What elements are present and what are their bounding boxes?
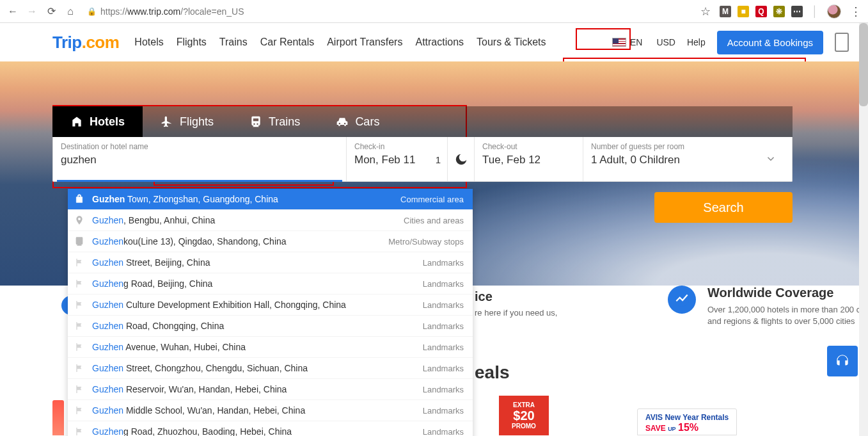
guests-field[interactable]: Number of guests per room 1 Adult, 0 Chi… <box>583 137 792 181</box>
checkin-value: Mon, Feb 11 <box>354 154 415 166</box>
mobile-app-icon[interactable] <box>835 33 849 52</box>
search-tabs: HotelsFlightsTrainsCars <box>52 106 793 137</box>
site-header: Trip.com HotelsFlightsTrainsCar RentalsA… <box>0 23 868 61</box>
scrollbar[interactable] <box>859 23 868 436</box>
tab-cars[interactable]: Cars <box>318 106 397 137</box>
promo-stripe <box>52 400 64 435</box>
dropdown-item[interactable]: Guzhen Street, Beijing, ChinaLandmarks <box>68 252 473 273</box>
extension-icon[interactable]: ⋯ <box>791 6 803 17</box>
tab-flights[interactable]: Flights <box>143 106 232 137</box>
input-underline <box>57 180 342 182</box>
feature-sub-partial: re here if you need us, <box>475 308 557 318</box>
scrollbar-thumb[interactable] <box>859 23 868 106</box>
search-button[interactable]: Search <box>654 192 793 223</box>
destination-input[interactable] <box>61 154 324 166</box>
promo-badge[interactable]: EXTRA $20 PROMO <box>499 396 549 435</box>
back-button[interactable]: ← <box>6 5 19 18</box>
help-link[interactable]: Help <box>687 37 706 47</box>
checkout-field[interactable]: Check-out Tue, Feb 12 <box>475 137 583 181</box>
language-label: EN <box>630 37 642 47</box>
deals-heading-partial: eals <box>475 362 510 383</box>
chevron-down-icon <box>765 153 777 167</box>
nav-link[interactable]: Trains <box>219 36 248 48</box>
tab-trains[interactable]: Trains <box>232 106 318 137</box>
lock-icon: 🔒 <box>87 7 97 16</box>
search-row: Destination or hotel name Check-in Mon, … <box>52 137 793 182</box>
field-label: Check-in <box>354 142 439 151</box>
extension-icon[interactable]: M <box>720 6 731 17</box>
extension-icon[interactable]: ■ <box>738 6 749 17</box>
guests-value: 1 Adult, 0 Children <box>591 154 680 166</box>
destination-dropdown: Guzhen Town, Zhongshan, Guangdong, China… <box>68 189 473 436</box>
promo-card[interactable]: AVIS New Year Rentals SAVE UP 15% <box>637 408 737 435</box>
forward-button[interactable]: → <box>26 5 38 18</box>
dropdown-item[interactable]: Guzhen Road, Chongqing, ChinaLandmarks <box>68 316 473 337</box>
dropdown-item[interactable]: Guzheng Road, Zhuozhou, Baoding, Hebei, … <box>68 421 473 436</box>
field-label: Destination or hotel name <box>61 142 338 151</box>
logo[interactable]: Trip.com <box>52 33 119 52</box>
dropdown-item[interactable]: Guzhen Culture Development Exhibition Ha… <box>68 295 473 316</box>
dropdown-item[interactable]: Guzhen Town, Zhongshan, Guangdong, China… <box>68 189 473 210</box>
nav-link[interactable]: Attractions <box>415 36 464 48</box>
extension-icon[interactable]: ❊ <box>773 6 785 17</box>
globe-trend-icon <box>668 286 696 314</box>
main-nav: HotelsFlightsTrainsCar RentalsAirport Tr… <box>134 36 546 48</box>
currency-selector[interactable]: USD <box>656 37 675 47</box>
feature-title: Worldwide Coverage <box>707 286 868 300</box>
destination-field[interactable]: Destination or hotel name <box>53 137 347 181</box>
nav-link[interactable]: Tours & Tickets <box>477 36 546 48</box>
url-text: https://www.trip.com/?locale=en_US <box>100 6 244 17</box>
nav-link[interactable]: Flights <box>177 36 207 48</box>
dropdown-item[interactable]: Guzhen Street, Chongzhou, Chengdu, Sichu… <box>68 358 473 379</box>
flag-us-icon <box>612 38 626 47</box>
checkin-field[interactable]: Check-in Mon, Feb 11 1 <box>347 137 448 181</box>
checkout-value: Tue, Feb 12 <box>482 154 541 166</box>
reload-button[interactable]: ⟳ <box>45 5 58 18</box>
nav-link[interactable]: Airport Transfers <box>327 36 402 48</box>
address-bar[interactable]: 🔒 https://www.trip.com/?locale=en_US <box>87 6 694 17</box>
nights-icon <box>448 137 475 181</box>
dropdown-item[interactable]: Guzhenkou(Line 13), Qingdao, Shandong, C… <box>68 231 473 252</box>
nav-link[interactable]: Hotels <box>134 36 163 48</box>
nights-count: 1 <box>436 154 441 165</box>
profile-avatar[interactable] <box>827 4 841 19</box>
language-selector[interactable]: EN <box>610 36 645 49</box>
dropdown-item[interactable]: Guzhen, Bengbu, Anhui, ChinaCities and a… <box>68 210 473 231</box>
tab-hotels[interactable]: Hotels <box>52 106 143 137</box>
dropdown-item[interactable]: Guzhen Reservoir, Wu'an, Handan, Hebei, … <box>68 379 473 400</box>
nav-link[interactable]: Car Rentals <box>260 36 314 48</box>
home-button[interactable]: ⌂ <box>64 5 77 18</box>
dropdown-item[interactable]: Guzhen Avenue, Wuhan, Hubei, ChinaLandma… <box>68 337 473 358</box>
extension-icon[interactable]: Q <box>755 6 767 17</box>
feature-subtitle: Over 1,200,000 hotels in more than 200 c… <box>707 304 868 327</box>
field-label: Number of guests per room <box>591 142 765 151</box>
account-button[interactable]: Account & Bookings <box>717 31 823 54</box>
dropdown-item[interactable]: Guzhen Middle School, Wu'an, Handan, Heb… <box>68 400 473 421</box>
dropdown-item[interactable]: Guzheng Road, Beijing, ChinaLandmarks <box>68 273 473 295</box>
star-icon[interactable]: ☆ <box>700 4 711 19</box>
feature-title-partial: ice <box>475 289 493 304</box>
menu-icon[interactable]: ⋮ <box>850 4 862 19</box>
support-fab[interactable] <box>827 346 858 376</box>
browser-toolbar: ← → ⟳ ⌂ 🔒 https://www.trip.com/?locale=e… <box>0 0 868 23</box>
field-label: Check-out <box>482 142 575 151</box>
